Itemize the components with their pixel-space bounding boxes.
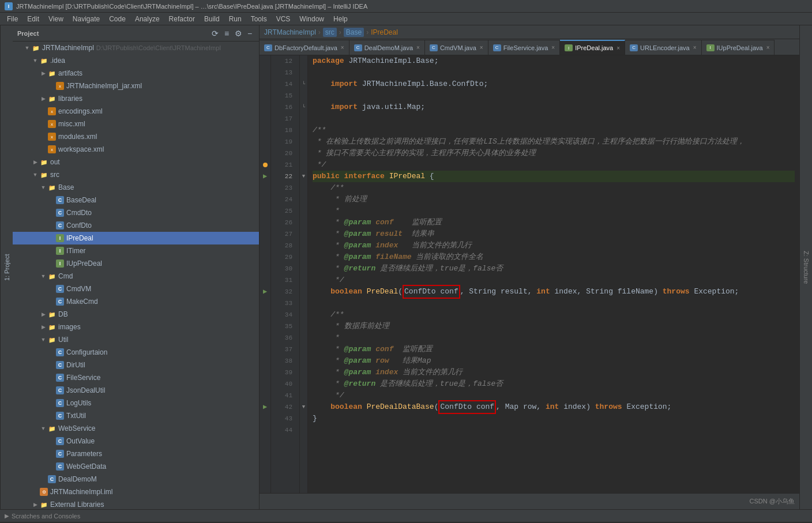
tab-fileservice[interactable]: C FileService.java ×	[488, 40, 560, 55]
idea-label: .idea	[50, 57, 65, 65]
code-line-39: * @param index 当前文件的第几行	[313, 367, 795, 378]
sidebar-item-modules[interactable]: x modules.xml	[13, 130, 259, 143]
sidebar-item-db[interactable]: ▶ 📁 DB	[13, 308, 259, 321]
code-content[interactable]: package JRTMachineImpl.Base; import JRTM…	[308, 55, 799, 493]
tab-close-icon[interactable]: ×	[480, 44, 483, 51]
tab-iuppredeal[interactable]: I IUpPreDeal.java ×	[702, 40, 775, 55]
line-num-29: 29	[276, 251, 295, 263]
menu-item-code[interactable]: Code	[104, 14, 130, 24]
menu-item-tools[interactable]: Tools	[246, 14, 272, 24]
sidebar-item-util[interactable]: ▼ 📁 Util	[13, 333, 259, 346]
line-num-15: 15	[276, 90, 295, 101]
sidebar-item-libraries[interactable]: ▶ 📁 libraries	[13, 92, 259, 105]
sidebar-item-cmddto[interactable]: C CmdDto	[13, 206, 259, 219]
tree-root[interactable]: ▼ 📁 JRTMachineImpl D:\JRTPublish\Code\Cl…	[13, 42, 259, 54]
code-line-15	[313, 90, 795, 101]
watermark: CSDN @小乌鱼	[750, 497, 795, 506]
sidebar-item-config[interactable]: C Configurtaion	[13, 346, 259, 359]
sidebar-item-jsondealutil[interactable]: C JsonDealUtil	[13, 384, 259, 397]
sidebar-title: Project	[17, 30, 210, 37]
scratches-expand-icon[interactable]: ▶	[5, 513, 9, 519]
sidebar-item-dirutil[interactable]: C DirUtil	[13, 359, 259, 371]
code-line-23: /**	[313, 182, 795, 194]
menu-item-edit[interactable]: Edit	[22, 14, 44, 24]
tab-close-icon[interactable]: ×	[616, 45, 620, 51]
tab-label: DealDemoM.java	[364, 44, 413, 51]
menu-item-build[interactable]: Build	[200, 14, 224, 24]
project-panel-tab[interactable]: 1: Project	[0, 25, 13, 509]
sidebar-item-ipredeal[interactable]: I IPreDeal	[13, 232, 259, 244]
sidebar-item-out[interactable]: ▶ 📁 out	[13, 156, 259, 168]
menu-item-file[interactable]: File	[2, 14, 22, 24]
tab-c-icon: C	[493, 44, 501, 51]
run-icon-42[interactable]: ▶	[263, 401, 267, 413]
menu-item-help[interactable]: Help	[329, 14, 352, 24]
sidebar-item-iuppredeal[interactable]: I IUpPreDeal	[13, 257, 259, 270]
menu-item-analyze[interactable]: Analyze	[130, 14, 164, 24]
sidebar-item-src[interactable]: ▼ 📁 src	[13, 168, 259, 181]
sidebar-item-parameters[interactable]: C Parameters	[13, 447, 259, 460]
breadcrumb-project: JRTMachineImpl	[264, 28, 316, 36]
sidebar-item-fileservice[interactable]: C FileService	[13, 371, 259, 384]
sidebar-item-basedeal[interactable]: C BaseDeal	[13, 194, 259, 206]
sidebar-item-iml[interactable]: ⚙ JRTMachineImpl.iml	[13, 486, 259, 498]
sidebar-item-confdto[interactable]: C ConfDto	[13, 219, 259, 232]
sidebar-item-txtutil[interactable]: C TxtUtil	[13, 409, 259, 422]
sidebar-close-icon[interactable]: −	[245, 29, 254, 38]
menu-item-vcs[interactable]: VCS	[272, 14, 295, 24]
sidebar-item-images[interactable]: ▶ 📁 images	[13, 321, 259, 333]
sidebar-item-base[interactable]: ▼ 📁 Base	[13, 181, 259, 194]
tab-close-icon[interactable]: ×	[766, 44, 770, 51]
fold-42[interactable]: ▼	[302, 401, 305, 413]
sidebar-item-logutils[interactable]: C LogUtils	[13, 397, 259, 409]
cmdvm-label: CmdVM	[66, 285, 91, 293]
code-line-35: * 数据库前处理	[313, 321, 795, 332]
tab-close-icon[interactable]: ×	[416, 44, 420, 51]
sidebar-item-webservice[interactable]: ▼ 📁 WebService	[13, 422, 259, 435]
menu-item-refactor[interactable]: Refactor	[164, 14, 200, 24]
line-num-37: 37	[276, 344, 295, 355]
code-line-31: */	[313, 274, 795, 286]
code-line-44	[313, 424, 795, 436]
sidebar-item-dealdemom[interactable]: C DealDemoM	[13, 473, 259, 486]
sidebar-item-artifacts[interactable]: ▶ 📁 artifacts	[13, 67, 259, 80]
fold-22[interactable]: ▼	[302, 171, 305, 182]
tab-c-icon: C	[264, 44, 272, 51]
tab-close-icon[interactable]: ×	[341, 44, 344, 51]
tab-c-icon: C	[430, 44, 438, 51]
run-icon-22[interactable]: ▶	[263, 171, 267, 182]
run-icon-32[interactable]: ▶	[263, 286, 267, 298]
sidebar-item-idea[interactable]: ▼ 📁 .idea	[13, 54, 259, 67]
line-num-24: 24	[276, 194, 295, 205]
sidebar-item-cmdvm[interactable]: C CmdVM	[13, 283, 259, 295]
sidebar-item-external[interactable]: ▶ 📁 External Libraries	[13, 498, 259, 509]
menu-item-run[interactable]: Run	[224, 14, 246, 24]
line-num-17: 17	[276, 113, 295, 125]
menu-item-view[interactable]: View	[44, 14, 68, 24]
sidebar-item-workspace[interactable]: x workspace.xml	[13, 143, 259, 156]
sidebar-collapse-icon[interactable]: ≡	[222, 29, 231, 38]
dealdemom-label: DealDemoM	[58, 475, 97, 483]
sidebar-sync-icon[interactable]: ⟳	[210, 29, 220, 38]
menu-item-window[interactable]: Window	[295, 14, 329, 24]
sidebar-item-webgetdata[interactable]: C WebGetData	[13, 460, 259, 473]
sidebar-item-encodings[interactable]: x encodings.xml	[13, 105, 259, 118]
sidebar-item-itimer[interactable]: I ITimer	[13, 244, 259, 257]
tab-bar: C DbFactoryDefault.java × C DealDemoM.ja…	[260, 39, 799, 55]
sidebar-item-cmd[interactable]: ▼ 📁 Cmd	[13, 270, 259, 283]
tab-dbfactorydefault[interactable]: C DbFactoryDefault.java ×	[260, 40, 349, 55]
sidebar-item-jar-xml[interactable]: x JRTMachineImpl_jar.xml	[13, 80, 259, 92]
sidebar-item-makecmd[interactable]: C MakeCmd	[13, 295, 259, 308]
sidebar-item-outvalue[interactable]: C OutValue	[13, 435, 259, 447]
tab-close-icon[interactable]: ×	[693, 44, 697, 51]
tab-cmdvm[interactable]: C CmdVM.java ×	[425, 40, 488, 55]
tab-dealdemom[interactable]: C DealDemoM.java ×	[349, 40, 425, 55]
iml-label: JRTMachineImpl.iml	[50, 488, 112, 496]
menu-item-navigate[interactable]: Navigate	[68, 14, 104, 24]
z-structure-tab[interactable]: Z: Structure	[799, 25, 812, 509]
tab-close-icon[interactable]: ×	[551, 44, 555, 51]
tab-urlencoder[interactable]: C URLEncoder.java ×	[625, 40, 701, 55]
tab-ipredeal[interactable]: I IPreDeal.java ×	[560, 40, 625, 55]
sidebar-settings-icon[interactable]: ⚙	[234, 29, 243, 38]
sidebar-item-misc[interactable]: x misc.xml	[13, 118, 259, 130]
